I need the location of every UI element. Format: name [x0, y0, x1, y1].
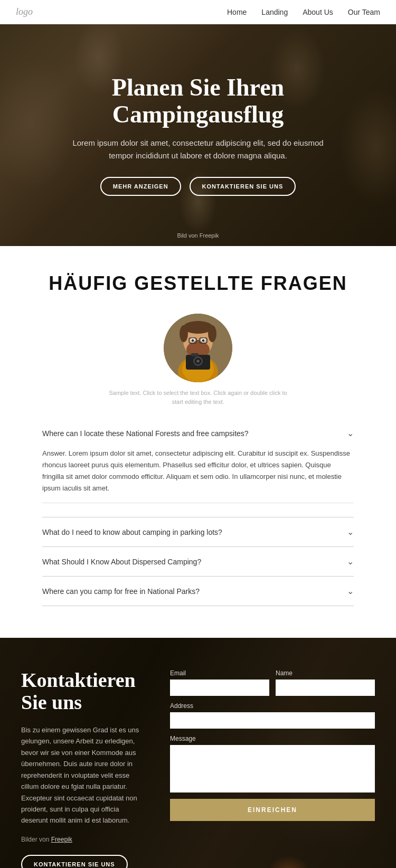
- contact-title: Kontaktieren Sie uns: [21, 669, 144, 714]
- hero-content: Planen Sie Ihren Campingausflug Lorem ip…: [0, 24, 396, 246]
- contact-description: Bis zu einem gewissen Grad ist es uns ge…: [21, 724, 144, 826]
- svg-point-19: [208, 325, 216, 342]
- faq-chevron-4: ⌄: [347, 586, 354, 596]
- address-label: Address: [170, 702, 375, 710]
- hero-section: Planen Sie Ihren Campingausflug Lorem ip…: [0, 24, 396, 246]
- faq-sample-text: Sample text. Click to select the text bo…: [108, 389, 288, 406]
- faq-item-1: Where can I locate these National Forest…: [42, 419, 354, 517]
- faq-question-1[interactable]: Where can I locate these National Forest…: [42, 428, 354, 438]
- contact-credit-link[interactable]: Freepik: [51, 836, 72, 843]
- contact-credit: Bilder von Freepik: [21, 836, 144, 843]
- faq-item-4: Where can you camp for free in National …: [42, 577, 354, 606]
- hero-title: Planen Sie Ihren Campingausflug: [42, 74, 354, 128]
- svg-point-8: [202, 339, 205, 342]
- nav-landing[interactable]: Landing: [261, 8, 288, 16]
- message-label: Message: [170, 735, 375, 742]
- contact-form: Email Name Address Message EINREICHEN: [170, 669, 375, 868]
- faq-section: HÄUFIG GESTELLTE FRAGEN: [0, 246, 396, 638]
- submit-button[interactable]: EINREICHEN: [170, 799, 375, 821]
- message-group: Message: [170, 735, 375, 792]
- mehr-anzeigen-button[interactable]: MEHR ANZEIGEN: [100, 177, 181, 196]
- svg-rect-16: [191, 353, 199, 356]
- hero-subtitle: Lorem ipsum dolor sit amet, consectetur …: [71, 137, 325, 162]
- faq-question-2[interactable]: What do I need to know about camping in …: [42, 527, 354, 537]
- svg-point-7: [192, 339, 194, 342]
- faq-avatar: [164, 314, 232, 382]
- navbar: logo Home Landing About Us Our Team: [0, 0, 396, 24]
- svg-point-15: [196, 360, 200, 363]
- faq-question-4[interactable]: Where can you camp for free in National …: [42, 586, 354, 596]
- nav-home[interactable]: Home: [227, 8, 247, 16]
- svg-point-18: [180, 325, 188, 342]
- hero-credit: Bild von Freepik: [0, 232, 396, 239]
- name-input[interactable]: [276, 680, 375, 696]
- logo: logo: [16, 6, 33, 17]
- hero-buttons: MEHR ANZEIGEN KONTAKTIEREN SIE UNS: [100, 177, 296, 196]
- address-input[interactable]: [170, 712, 375, 729]
- faq-chevron-3: ⌄: [347, 556, 354, 567]
- faq-item-3: What Should I Know About Dispersed Campi…: [42, 547, 354, 577]
- faq-question-text-1: Where can I locate these National Forest…: [42, 429, 249, 438]
- form-top-row: Email Name: [170, 669, 375, 696]
- faq-profile: Sample text. Click to select the text bo…: [42, 314, 354, 406]
- name-label: Name: [276, 669, 375, 677]
- kontakt-hero-button[interactable]: KONTAKTIEREN SIE UNS: [190, 177, 296, 196]
- name-group: Name: [276, 669, 375, 696]
- faq-separator-1: [42, 503, 354, 503]
- contact-content: Kontaktieren Sie uns Bis zu einem gewiss…: [21, 669, 375, 868]
- nav-about[interactable]: About Us: [303, 8, 333, 16]
- nav-links: Home Landing About Us Our Team: [227, 8, 380, 16]
- contact-button[interactable]: KONTAKTIEREN SIE UNS: [21, 855, 128, 868]
- email-label: Email: [170, 669, 269, 677]
- avatar-illustration: [164, 314, 232, 382]
- nav-team[interactable]: Our Team: [348, 8, 380, 16]
- email-input[interactable]: [170, 680, 269, 696]
- faq-item-2: What do I need to know about camping in …: [42, 517, 354, 547]
- email-group: Email: [170, 669, 269, 696]
- contact-credit-label: Bilder von: [21, 836, 51, 843]
- contact-left: Kontaktieren Sie uns Bis zu einem gewiss…: [21, 669, 154, 868]
- contact-section: Kontaktieren Sie uns Bis zu einem gewiss…: [0, 638, 396, 868]
- faq-title: HÄUFIG GESTELLTE FRAGEN: [42, 272, 354, 295]
- faq-question-text-2: What do I need to know about camping in …: [42, 528, 222, 536]
- faq-chevron-2: ⌄: [347, 527, 354, 537]
- faq-question-text-4: Where can you camp for free in National …: [42, 587, 200, 596]
- faq-question-text-3: What Should I Know About Dispersed Campi…: [42, 558, 201, 566]
- faq-list: Where can I locate these National Forest…: [42, 419, 354, 606]
- faq-chevron-1: ⌄: [347, 428, 354, 438]
- faq-answer-1: Answer. Lorem ipsum dolor sit amet, cons…: [42, 438, 354, 498]
- faq-question-3[interactable]: What Should I Know About Dispersed Campi…: [42, 556, 354, 567]
- message-input[interactable]: [170, 745, 375, 792]
- address-group: Address: [170, 702, 375, 729]
